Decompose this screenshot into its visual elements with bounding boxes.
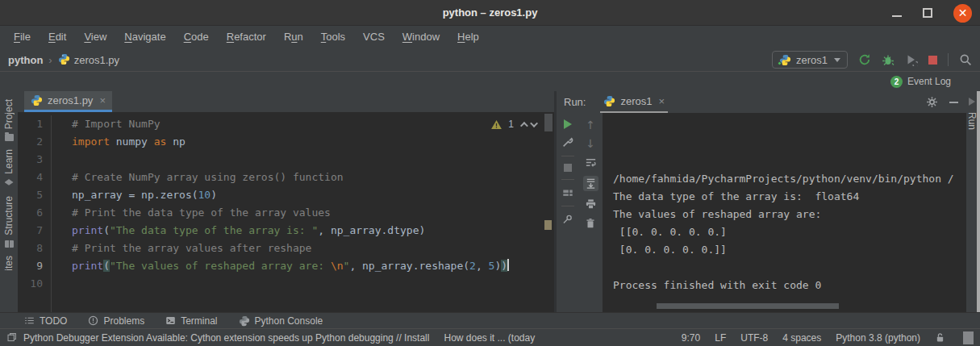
profile-button[interactable] xyxy=(905,53,918,66)
wrench-icon[interactable] xyxy=(561,136,573,148)
stripe-label: Project xyxy=(3,99,15,129)
chevron-down-icon[interactable] xyxy=(530,119,538,127)
window-title: python – zeros1.py xyxy=(0,0,980,26)
tool-window-button-python-console[interactable]: Python Console xyxy=(239,315,323,327)
code-area[interactable]: # Import NumPyimport numpy as np# Create… xyxy=(52,115,541,293)
event-log-button[interactable]: 2 Event Log xyxy=(890,72,951,91)
menu-window[interactable]: Window xyxy=(394,26,448,48)
interpreter-selector[interactable]: Python 3.8 (python) xyxy=(836,332,920,344)
breadcrumb-project[interactable]: python xyxy=(8,54,43,66)
scroll-to-end-icon[interactable] xyxy=(583,176,598,191)
line-number[interactable]: 10 xyxy=(18,275,43,293)
line-separator[interactable]: LF xyxy=(715,332,726,344)
menu-navigate[interactable]: Navigate xyxy=(115,26,174,48)
tool-window-button-project[interactable]: Project xyxy=(0,99,18,141)
soft-wrap-icon[interactable] xyxy=(585,156,597,169)
tool-window-button-structure[interactable]: Structure xyxy=(0,196,18,248)
text-caret xyxy=(507,259,509,271)
run-toolbar-left xyxy=(557,113,578,312)
menu-edit[interactable]: Edit xyxy=(40,26,75,48)
menu-run[interactable]: Run xyxy=(275,26,312,48)
indent-setting[interactable]: 4 spaces xyxy=(782,332,821,344)
stop-button-disabled[interactable] xyxy=(564,164,572,172)
code-editor[interactable]: 12345678910 # Import NumPyimport numpy a… xyxy=(18,112,554,312)
editor-gutter: 12345678910 xyxy=(18,115,52,312)
tool-window-button-terminal[interactable]: Terminal xyxy=(165,315,217,327)
console-horizontal-scrollbar[interactable] xyxy=(657,303,839,309)
lock-icon[interactable] xyxy=(935,332,945,343)
tool-window-button-ites[interactable]: ites xyxy=(0,256,18,271)
hide-tool-window-icon[interactable] xyxy=(949,102,958,103)
caret-position[interactable]: 9:70 xyxy=(682,332,700,344)
menu-file[interactable]: File xyxy=(5,26,40,48)
inspection-widget[interactable]: 1 xyxy=(491,115,538,133)
line-number[interactable]: 7 xyxy=(18,222,43,240)
chevron-up-icon[interactable] xyxy=(520,121,528,129)
line-number[interactable]: 2 xyxy=(18,133,43,151)
code-line[interactable]: # Print the array values after reshape xyxy=(52,240,541,257)
close-icon[interactable]: × xyxy=(99,94,106,106)
code-line[interactable]: # Print the data type of the array value… xyxy=(52,204,541,222)
resize-grip[interactable] xyxy=(963,331,974,344)
run-configuration-selector[interactable]: zeros1 xyxy=(772,51,848,69)
status-message[interactable]: Python Debugger Extension Available: Cyt… xyxy=(23,332,429,344)
python-icon xyxy=(239,315,250,327)
down-stack-trace-icon[interactable]: ↓ xyxy=(586,138,595,149)
bottom-tool-window-bar: TODOProblemsTerminalPython Console xyxy=(0,312,980,328)
window-close-button[interactable]: ✕ xyxy=(953,4,972,23)
print-icon[interactable] xyxy=(585,198,597,211)
code-line[interactable]: print("The data type of the array is: ",… xyxy=(52,222,541,240)
window-maximize-button[interactable] xyxy=(923,8,932,18)
menu-refactor[interactable]: Refactor xyxy=(218,26,275,48)
menu-vcs[interactable]: VCS xyxy=(354,26,394,48)
code-line[interactable]: print("The values of reshaped array are:… xyxy=(52,257,541,275)
line-number[interactable]: 8 xyxy=(18,240,43,257)
window-scrollbar[interactable] xyxy=(977,91,980,312)
line-number[interactable]: 5 xyxy=(18,186,43,204)
stop-button[interactable] xyxy=(928,56,937,65)
toolbar-divider xyxy=(561,206,574,206)
trash-icon[interactable] xyxy=(585,218,596,229)
warning-icon xyxy=(491,120,502,129)
console-line: [[0. 0. 0. 0. 0.] xyxy=(613,223,966,241)
rerun-button[interactable] xyxy=(564,119,572,129)
line-number[interactable]: 6 xyxy=(18,204,43,222)
file-encoding[interactable]: UTF-8 xyxy=(740,332,768,344)
pin-icon[interactable] xyxy=(562,214,573,225)
tool-window-button-learn[interactable]: Learn xyxy=(0,149,18,188)
gear-icon[interactable] xyxy=(926,96,938,108)
menu-tools[interactable]: Tools xyxy=(312,26,354,48)
status-message-secondary[interactable]: How does it ... (today xyxy=(444,332,535,344)
close-icon[interactable]: × xyxy=(659,95,665,107)
line-number[interactable]: 1 xyxy=(18,115,43,133)
code-line[interactable]: np_array = np.zeros(10) xyxy=(52,186,541,204)
editor-scrollbar-thumb[interactable] xyxy=(544,114,553,131)
breadcrumb-file[interactable]: zeros1.py xyxy=(74,54,119,66)
tool-window-label: Problems xyxy=(103,315,144,327)
run-stripe-label[interactable]: Run xyxy=(966,112,978,130)
menu-view[interactable]: View xyxy=(75,26,115,48)
menu-help[interactable]: Help xyxy=(448,26,488,48)
restore-layout-icon[interactable] xyxy=(562,187,573,198)
tool-window-button-todo[interactable]: TODO xyxy=(24,315,67,327)
code-line[interactable]: import numpy as np xyxy=(52,133,541,151)
run-console-output[interactable]: /home/fahmida/PycharmProjects/python/ven… xyxy=(603,113,966,312)
code-line[interactable] xyxy=(52,275,541,293)
rerun-button[interactable] xyxy=(858,53,871,66)
search-icon[interactable] xyxy=(959,53,972,66)
up-stack-trace-icon[interactable]: ↑ xyxy=(586,119,595,131)
line-number[interactable]: 9 xyxy=(18,257,43,275)
code-line[interactable] xyxy=(52,151,541,169)
tool-window-button-problems[interactable]: Problems xyxy=(88,315,144,327)
code-line[interactable]: # Import NumPy xyxy=(52,115,541,133)
debug-button[interactable] xyxy=(882,53,895,66)
line-number[interactable]: 4 xyxy=(18,169,43,186)
code-line[interactable]: # Create NumPy array using zeros() funct… xyxy=(52,169,541,186)
window-minimize-button[interactable] xyxy=(892,15,902,17)
menu-code[interactable]: Code xyxy=(175,26,218,48)
warning-stripe-mark[interactable] xyxy=(544,220,552,230)
editor-tab-zeros1[interactable]: zeros1.py × xyxy=(24,91,112,112)
run-tab-zeros1[interactable]: zeros1 × xyxy=(600,91,668,113)
line-number[interactable]: 3 xyxy=(18,151,43,169)
right-tool-window-stripe: Run xyxy=(966,91,977,312)
